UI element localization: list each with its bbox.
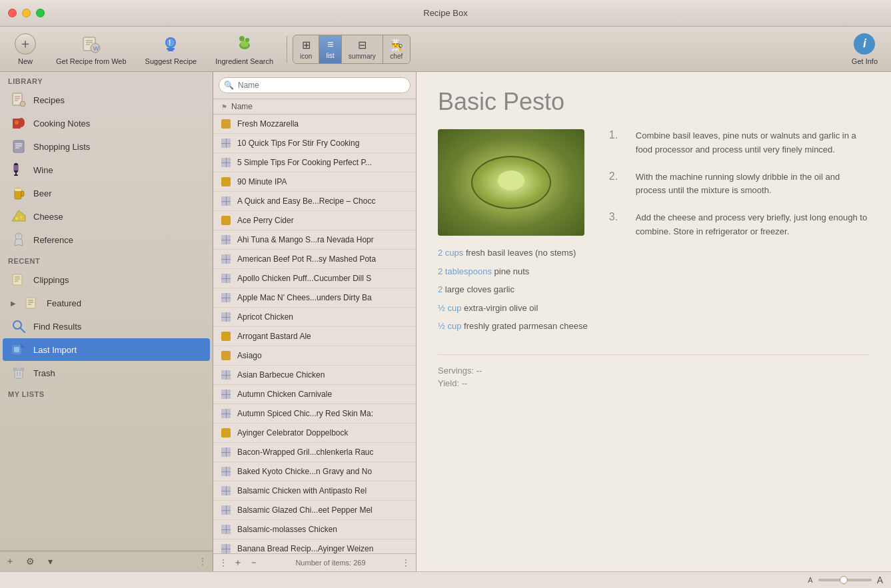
- recipe-item-name: Ahi Tuna & Mango S...ra Nevada Hopr: [237, 235, 374, 244]
- recipe-list-item[interactable]: Bacon-Wrapped Gril...chlenkerla Rauc: [213, 443, 416, 462]
- toolbar-separator-1: [287, 36, 287, 63]
- ingredient-search-icon: [234, 33, 255, 55]
- new-button[interactable]: ＋ New: [5, 29, 45, 69]
- sidebar-item-cooking-notes[interactable]: Cooking Notes: [3, 112, 210, 135]
- minimize-button[interactable]: [22, 9, 31, 17]
- ingredient-search-button[interactable]: Ingredient Search: [207, 29, 281, 69]
- recipe-list-item[interactable]: Ayinger Celebrator Doppelbock: [213, 424, 416, 443]
- recipe-list-item[interactable]: Banana Bread Recip...Ayinger Weizen: [213, 539, 416, 553]
- last-import-icon: [11, 342, 27, 358]
- sidebar-item-cheese[interactable]: Cheese: [3, 205, 210, 228]
- list-view-button[interactable]: ≡ list: [319, 35, 341, 63]
- settings-button[interactable]: ⚙: [23, 554, 37, 569]
- recipe-step: 1.Combine basil leaves, pine nuts or wal…: [609, 129, 870, 157]
- recipe-list-item[interactable]: Fresh Mozzarella: [213, 115, 416, 134]
- chef-view-button[interactable]: 👨‍🍳 chef: [383, 35, 410, 63]
- svg-rect-9: [168, 50, 173, 51]
- recipe-list-item[interactable]: Ace Perry Cider: [213, 211, 416, 230]
- recipe-list-item[interactable]: Apricot Chicken: [213, 308, 416, 327]
- remove-recipe-button[interactable]: －: [248, 557, 260, 569]
- sidebar-item-beer[interactable]: Beer: [3, 182, 210, 204]
- step-number: 3.: [609, 211, 628, 239]
- get-recipe-button[interactable]: W Get Recipe from Web: [48, 29, 135, 69]
- recipe-title: Basic Pesto: [438, 88, 870, 116]
- recipe-list-item[interactable]: Autumn Spiced Chic...ry Red Skin Ma:: [213, 404, 416, 424]
- resize-handle-left[interactable]: ⋮: [195, 554, 210, 569]
- font-size-slider[interactable]: [818, 579, 872, 581]
- recipe-list-item[interactable]: Apollo Chicken Puff...Cucumber Dill S: [213, 269, 416, 288]
- svg-point-21: [18, 118, 25, 127]
- font-small-label: A: [808, 576, 812, 584]
- recipe-list-item[interactable]: Balsamic Glazed Chi...eet Pepper Mel: [213, 501, 416, 520]
- find-results-icon: [11, 318, 27, 334]
- sidebar-item-wine[interactable]: Wine: [3, 158, 210, 181]
- ingredient-unit: cup: [447, 303, 461, 313]
- recipe-list-item[interactable]: Baked Kyoto Chicke...n Gravy and No: [213, 462, 416, 481]
- svg-point-19: [20, 101, 25, 107]
- recipe-list-item[interactable]: Balsamic Chicken with Antipasto Rel: [213, 481, 416, 501]
- recipe-item-icon: [220, 195, 232, 207]
- step-number: 2.: [609, 170, 628, 198]
- maximize-button[interactable]: [36, 9, 45, 17]
- add-list-button[interactable]: ＋: [3, 554, 17, 569]
- sidebar-settings-chevron[interactable]: ▾: [43, 554, 57, 569]
- step-text: Combine basil leaves, pine nuts or walnu…: [636, 129, 870, 157]
- recipe-list-item[interactable]: Apple Mac N' Chees...unders Dirty Ba: [213, 288, 416, 308]
- yield-value: --: [462, 378, 468, 388]
- recipe-list-item[interactable]: Ahi Tuna & Mango S...ra Nevada Hopr: [213, 230, 416, 250]
- recipe-list-item[interactable]: 90 Minute IPA: [213, 172, 416, 192]
- ingredient-amount: ½: [438, 321, 445, 331]
- svg-point-39: [17, 234, 20, 236]
- sidebar-item-find-results[interactable]: Find Results: [3, 315, 210, 338]
- list-resize-right[interactable]: ⋮: [401, 557, 411, 568]
- svg-rect-44: [26, 298, 35, 308]
- yield-field: Yield: --: [438, 378, 870, 388]
- ingredient-item: 2 large cloves garlic: [438, 283, 588, 296]
- sidebar-item-shopping-lists[interactable]: Shopping Lists: [3, 135, 210, 158]
- sidebar-item-clippings[interactable]: Clippings: [3, 268, 210, 291]
- list-resize-left[interactable]: ⋮: [219, 557, 228, 568]
- recipe-item-name: Baked Kyoto Chicke...n Gravy and No: [237, 467, 372, 476]
- recipe-list-item[interactable]: 5 Simple Tips For Cooking Perfect P...: [213, 153, 416, 172]
- search-input[interactable]: [219, 77, 411, 93]
- recipe-list-item[interactable]: Asiago: [213, 346, 416, 366]
- recipe-item-icon: [220, 311, 232, 323]
- recipe-list-item[interactable]: American Beef Pot R...sy Mashed Pota: [213, 250, 416, 269]
- sidebar-item-last-import[interactable]: Last Import: [3, 338, 210, 361]
- svg-rect-29: [14, 165, 18, 170]
- recipe-ingredients: 2 cups fresh basil leaves (no stems)2 ta…: [438, 246, 588, 333]
- recipe-step: 3.Add the cheese and process very briefl…: [609, 211, 870, 239]
- recipe-item-icon: [220, 427, 232, 439]
- sidebar-item-trash[interactable]: Trash: [3, 362, 210, 384]
- recipe-list-item[interactable]: Balsamic-molasses Chicken: [213, 520, 416, 539]
- window-controls: [8, 9, 45, 17]
- recipe-item-icon: [220, 214, 232, 226]
- servings-label: Servings:: [438, 366, 474, 376]
- ingredient-item: ½ cup extra-virgin olive oil: [438, 302, 588, 315]
- recipe-item-icon: [220, 350, 232, 362]
- get-info-button[interactable]: i Get Info: [844, 29, 886, 69]
- get-recipe-icon: W: [81, 33, 102, 55]
- featured-icon: [24, 295, 40, 311]
- recipe-item-name: Fresh Mozzarella: [237, 119, 299, 129]
- sidebar-item-reference[interactable]: Reference: [3, 228, 210, 251]
- svg-line-49: [21, 328, 25, 332]
- recipe-list-item[interactable]: A Quick and Easy Be...Recipe – Chocc: [213, 192, 416, 211]
- close-button[interactable]: [8, 9, 17, 17]
- sidebar-item-featured[interactable]: ▶ Featured: [3, 292, 210, 314]
- icon-view-button[interactable]: ⊞ icon: [293, 35, 319, 63]
- servings-value: --: [476, 366, 482, 376]
- recipe-item-icon: [220, 137, 232, 149]
- recipe-list-item[interactable]: 10 Quick Tips For Stir Fry Cooking: [213, 134, 416, 153]
- recipe-image-column: 2 cups fresh basil leaves (no stems)2 ta…: [438, 129, 588, 338]
- recipe-item-name: 5 Simple Tips For Cooking Perfect P...: [237, 158, 372, 167]
- recipe-list-item[interactable]: Asian Barbecue Chicken: [213, 366, 416, 385]
- suggest-recipe-icon: !: [160, 33, 181, 55]
- add-recipe-button[interactable]: ＋: [232, 557, 244, 569]
- summary-view-button[interactable]: ⊟ summary: [342, 35, 383, 63]
- sidebar-item-recipes[interactable]: Recipes: [3, 89, 210, 111]
- recipe-list-item[interactable]: Arrogant Bastard Ale: [213, 327, 416, 346]
- suggest-recipe-button[interactable]: ! Suggest Recipe: [137, 29, 205, 69]
- recipe-list-item[interactable]: Autumn Chicken Carnivale: [213, 385, 416, 404]
- recipe-item-name: Balsamic-molasses Chicken: [237, 525, 337, 534]
